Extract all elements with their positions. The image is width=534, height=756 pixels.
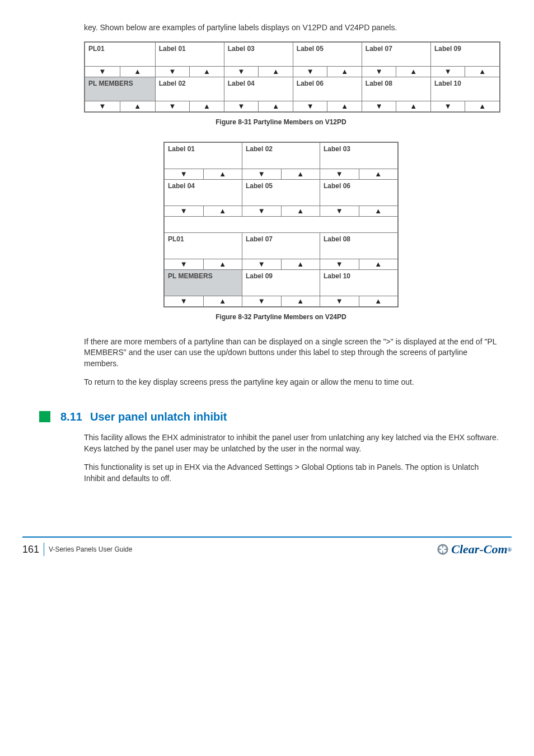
heading-swatch-icon — [39, 411, 50, 422]
down-icon[interactable]: ▼ — [85, 101, 120, 111]
page-footer: 161 V-Series Panels User Guide Clear-Com… — [22, 536, 512, 557]
cell: Label 06 — [293, 77, 362, 101]
down-icon[interactable]: ▼ — [293, 101, 327, 111]
down-icon[interactable]: ▼ — [431, 67, 465, 77]
paragraph-2: To return to the key display screens pre… — [84, 377, 500, 388]
down-icon[interactable]: ▼ — [156, 101, 190, 111]
cell: Label 03 — [320, 142, 399, 169]
up-icon[interactable]: ▲ — [258, 67, 293, 77]
up-icon[interactable]: ▲ — [120, 67, 155, 77]
cell-pl01: PL01 — [164, 232, 242, 259]
section-preface: key. Shown below are examples of partyli… — [84, 22, 500, 34]
svg-rect-3 — [438, 549, 442, 550]
down-icon[interactable]: ▼ — [165, 169, 203, 179]
up-icon[interactable]: ▲ — [465, 101, 499, 111]
doc-reference: V-Series Panels User Guide — [49, 545, 132, 553]
up-icon[interactable]: ▲ — [281, 206, 320, 216]
up-icon[interactable]: ▲ — [203, 169, 242, 179]
svg-rect-1 — [442, 545, 443, 548]
brand-name: Clear-Com — [451, 542, 507, 557]
brand-logo: Clear-Com® — [437, 542, 512, 557]
cell: Label 04 — [224, 77, 293, 101]
down-icon[interactable]: ▼ — [320, 259, 359, 269]
up-icon[interactable]: ▲ — [396, 67, 430, 77]
up-icon[interactable]: ▲ — [359, 206, 398, 216]
cell: Label 08 — [362, 77, 430, 101]
down-icon[interactable]: ▼ — [431, 101, 465, 111]
up-icon[interactable]: ▲ — [281, 259, 320, 269]
page-number: 161 — [22, 544, 39, 556]
up-icon[interactable]: ▲ — [327, 67, 362, 77]
svg-rect-2 — [442, 551, 443, 554]
down-icon[interactable]: ▼ — [242, 296, 281, 306]
up-icon[interactable]: ▲ — [281, 169, 320, 179]
up-icon[interactable]: ▲ — [203, 296, 242, 306]
cell-plmembers: PL MEMBERS — [85, 77, 155, 101]
cell-pl01: PL01 — [85, 42, 155, 67]
up-icon[interactable]: ▲ — [396, 101, 430, 111]
down-icon[interactable]: ▼ — [224, 67, 259, 77]
down-icon[interactable]: ▼ — [293, 67, 327, 77]
cell: Label 09 — [430, 42, 500, 67]
up-icon[interactable]: ▲ — [359, 169, 398, 179]
cell: Label 10 — [320, 269, 399, 296]
down-icon[interactable]: ▼ — [242, 259, 281, 269]
down-icon[interactable]: ▼ — [320, 169, 359, 179]
down-icon[interactable]: ▼ — [156, 67, 190, 77]
up-icon[interactable]: ▲ — [465, 67, 499, 77]
brand-icon — [437, 543, 449, 556]
footer-divider — [44, 543, 44, 556]
up-icon[interactable]: ▲ — [281, 296, 320, 306]
cell: Label 06 — [320, 179, 399, 206]
figure-caption-2: Figure 8-32 Partyline Members on V24PD — [62, 313, 500, 321]
up-icon[interactable]: ▲ — [327, 101, 362, 111]
down-icon[interactable]: ▼ — [165, 206, 203, 216]
section-heading: 8.11 User panel unlatch inhibit — [39, 410, 500, 423]
down-icon[interactable]: ▼ — [242, 169, 281, 179]
down-icon[interactable]: ▼ — [362, 101, 396, 111]
up-icon[interactable]: ▲ — [359, 259, 398, 269]
up-icon[interactable]: ▲ — [203, 259, 242, 269]
down-icon[interactable]: ▼ — [165, 296, 203, 306]
up-icon[interactable]: ▲ — [203, 206, 242, 216]
body-p1: This facility allows the EHX administrat… — [84, 432, 500, 454]
cell: Label 09 — [242, 269, 320, 296]
body-p2: This functionality is set up in EHX via … — [84, 462, 500, 484]
cell: Label 10 — [430, 77, 500, 101]
down-icon[interactable]: ▼ — [242, 206, 281, 216]
up-icon[interactable]: ▲ — [189, 101, 224, 111]
heading-number: 8.11 — [60, 410, 82, 423]
down-icon[interactable]: ▼ — [224, 101, 259, 111]
up-icon[interactable]: ▲ — [359, 296, 398, 306]
cell: Label 01 — [155, 42, 224, 67]
down-icon[interactable]: ▼ — [320, 296, 359, 306]
cell: Label 04 — [164, 179, 242, 206]
up-icon[interactable]: ▲ — [189, 67, 224, 77]
cell: Label 03 — [224, 42, 293, 67]
down-icon[interactable]: ▼ — [320, 206, 359, 216]
cell: Label 01 — [164, 142, 242, 169]
heading-title: User panel unlatch inhibit — [90, 410, 227, 423]
cell-plmembers: PL MEMBERS — [164, 269, 242, 296]
down-icon[interactable]: ▼ — [362, 67, 396, 77]
cell: Label 05 — [242, 179, 320, 206]
cell: Label 02 — [155, 77, 224, 101]
up-icon[interactable]: ▲ — [258, 101, 293, 111]
svg-rect-4 — [444, 549, 448, 550]
up-icon[interactable]: ▲ — [120, 101, 155, 111]
grid-v24pd: Label 01 Label 02 Label 03 ▼▲ ▼▲ ▼▲ Labe… — [163, 142, 399, 307]
cell: Label 05 — [293, 42, 362, 67]
cell: Label 07 — [362, 42, 430, 67]
figure-caption-1: Figure 8-31 Partyline Members on V12PD — [62, 118, 500, 126]
grid-v12pd: PL01 Label 01 Label 03 Label 05 Label 07… — [84, 41, 500, 113]
cell: Label 02 — [242, 142, 320, 169]
cell: Label 08 — [320, 232, 399, 259]
cell: Label 07 — [242, 232, 320, 259]
paragraph-1: If there are more members of a partyline… — [84, 337, 500, 370]
down-icon[interactable]: ▼ — [165, 259, 203, 269]
down-icon[interactable]: ▼ — [85, 67, 120, 77]
